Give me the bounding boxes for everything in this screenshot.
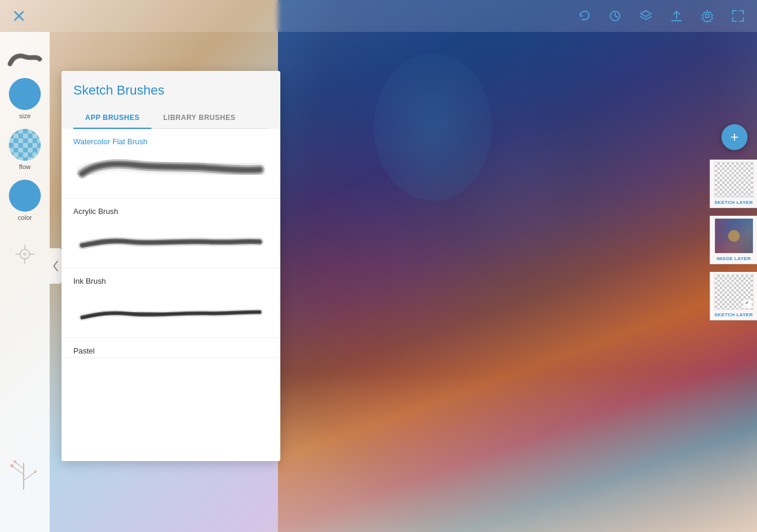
svg-line-15 bbox=[24, 472, 35, 481]
brush-item-pastel[interactable]: Pastel bbox=[62, 338, 280, 358]
brush-item-acrylic[interactable]: Acrylic Brush bbox=[62, 199, 280, 268]
layer-edit-icon bbox=[743, 300, 752, 308]
flow-label: flow bbox=[19, 163, 31, 170]
brush-name-pastel: Pastel bbox=[62, 338, 280, 358]
brush-name-watercolor: Watercolor Flat Brush bbox=[62, 129, 280, 148]
decorative-branch bbox=[6, 457, 41, 497]
layer-item-sketch-2[interactable]: SKETCH LAYER bbox=[710, 272, 757, 320]
panel-expand-handle[interactable] bbox=[50, 248, 62, 284]
brush-tabs: APP BRUSHES LIBRARY BRUSHES bbox=[73, 108, 268, 129]
history-button[interactable] bbox=[606, 7, 625, 25]
svg-point-5 bbox=[706, 14, 709, 18]
brush-preview-acrylic bbox=[62, 218, 280, 268]
toolbar-right bbox=[575, 7, 748, 25]
brush-name-acrylic: Acrylic Brush bbox=[62, 199, 280, 218]
brush-list: Watercolor Flat Brush Acrylic Brush bbox=[62, 129, 280, 461]
flow-control[interactable] bbox=[9, 129, 41, 161]
layers-button[interactable] bbox=[636, 7, 655, 25]
add-layer-button[interactable]: + bbox=[722, 124, 748, 150]
size-label: size bbox=[19, 112, 31, 119]
brush-preview-watercolor bbox=[62, 148, 280, 198]
svg-point-19 bbox=[34, 471, 37, 473]
svg-line-16 bbox=[15, 462, 24, 469]
layer-label-image: IMAGE LAYER bbox=[713, 256, 755, 261]
upload-button[interactable] bbox=[667, 7, 686, 25]
color-control[interactable] bbox=[9, 180, 41, 212]
layer-thumb-sketch-1 bbox=[714, 162, 753, 197]
close-button[interactable] bbox=[9, 7, 28, 25]
svg-rect-12 bbox=[745, 301, 748, 304]
canvas-artwork bbox=[278, 0, 757, 532]
size-control[interactable] bbox=[9, 78, 41, 110]
top-toolbar bbox=[0, 0, 757, 32]
layer-item-sketch-1[interactable]: SKETCH LAYER bbox=[710, 160, 757, 208]
undo-button[interactable] bbox=[575, 7, 594, 25]
brush-preview-ink bbox=[62, 288, 280, 338]
svg-point-18 bbox=[14, 460, 17, 463]
layer-item-image[interactable]: IMAGE LAYER bbox=[710, 216, 757, 264]
brush-panel-title: Sketch Brushes bbox=[73, 83, 268, 98]
layer-label-sketch-1: SKETCH LAYER bbox=[713, 200, 755, 205]
svg-point-7 bbox=[23, 252, 27, 256]
layer-thumb-image bbox=[714, 218, 753, 254]
brush-item-ink[interactable]: Ink Brush bbox=[62, 268, 280, 338]
color-label: color bbox=[18, 214, 32, 221]
fullscreen-button[interactable] bbox=[729, 7, 748, 25]
svg-marker-3 bbox=[640, 11, 651, 17]
brush-item-watercolor[interactable]: Watercolor Flat Brush bbox=[62, 129, 280, 199]
brush-name-ink: Ink Brush bbox=[62, 268, 280, 288]
toolbar-left bbox=[9, 7, 28, 25]
brush-preview bbox=[7, 44, 43, 76]
settings-button[interactable] bbox=[698, 7, 717, 25]
tab-library-brushes[interactable]: LIBRARY BRUSHES bbox=[151, 108, 247, 129]
layer-thumb-sketch-2 bbox=[714, 274, 753, 310]
layer-label-sketch-2: SKETCH LAYER bbox=[713, 312, 755, 317]
decoration bbox=[13, 242, 37, 268]
brush-panel: Sketch Brushes APP BRUSHES LIBRARY BRUSH… bbox=[62, 71, 280, 461]
svg-point-17 bbox=[10, 464, 14, 468]
tab-app-brushes[interactable]: APP BRUSHES bbox=[73, 108, 151, 129]
brush-panel-header: Sketch Brushes APP BRUSHES LIBRARY BRUSH… bbox=[62, 71, 280, 129]
